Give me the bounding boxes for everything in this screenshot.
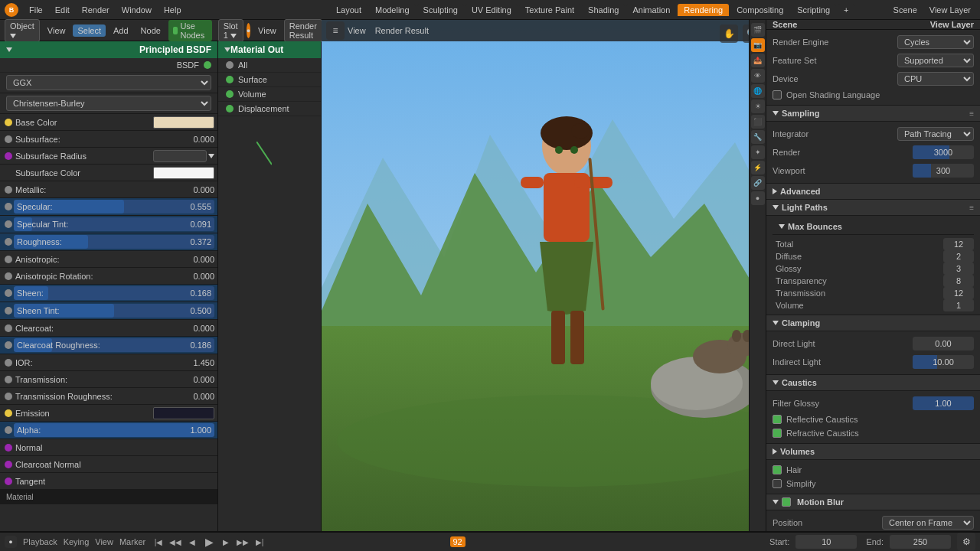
sampling-options-icon[interactable]: ≡ (969, 109, 974, 118)
tab-shading[interactable]: Shading (582, 4, 625, 16)
bounce-val-glossy[interactable]: 3 (943, 262, 974, 275)
material-output-header[interactable]: Material Out (218, 41, 321, 58)
tab-modeling[interactable]: Modeling (369, 4, 416, 16)
volumes-section-header[interactable]: Volumes (766, 444, 980, 460)
param-val-subsurface[interactable]: 0.000 (161, 135, 214, 144)
base-color-swatch[interactable] (153, 116, 214, 129)
sampling-section-header[interactable]: Sampling ≡ (766, 106, 980, 122)
emission-swatch[interactable] (153, 407, 214, 419)
go-end-btn[interactable]: ▶| (253, 535, 266, 549)
param-val-anisotropic-rotation[interactable]: 0.000 (161, 272, 214, 281)
prev-frame-btn[interactable]: ◀ (185, 535, 199, 549)
viewport-view-label[interactable]: View (348, 26, 366, 35)
menu-edit[interactable]: Edit (51, 4, 74, 16)
tab-sculpting[interactable]: Sculpting (417, 4, 464, 16)
render-engine-select[interactable]: Cycles EEVEE (897, 35, 974, 49)
tab-add[interactable]: + (838, 4, 854, 16)
max-bounces-header[interactable]: Max Bounces (773, 219, 974, 235)
view2-menu[interactable]: View (253, 24, 281, 37)
specular-tint-slider[interactable]: Specular Tint: 0.091 (14, 217, 214, 231)
go-start-btn[interactable]: |◀ (152, 535, 165, 549)
current-frame-display[interactable]: 92 (450, 536, 466, 547)
subsurface-color-swatch[interactable] (153, 167, 214, 179)
bounce-val-transparency[interactable]: 8 (943, 275, 974, 287)
param-val-transmission-roughness[interactable]: 0.000 (161, 392, 214, 401)
distribution-select[interactable]: GGX (6, 75, 211, 90)
timeline-settings-icon[interactable]: ⚙ (957, 533, 975, 551)
bounce-val-volume[interactable]: 1 (943, 299, 974, 311)
param-val-ior[interactable]: 1.450 (161, 358, 214, 367)
light-paths-section-header[interactable]: Light Paths ≡ (766, 200, 980, 216)
bounce-val-transmission[interactable]: 12 (943, 287, 974, 299)
prop-icon-object[interactable]: ⬛ (751, 115, 765, 129)
tab-compositing[interactable]: Compositing (730, 4, 789, 16)
motion-blur-checkbox[interactable] (782, 497, 791, 507)
menu-render[interactable]: Render (77, 4, 114, 16)
motion-blur-section-header[interactable]: Motion Blur (766, 494, 980, 510)
prop-icon-view[interactable]: 👁 (751, 69, 765, 83)
clearcoat-roughness-slider[interactable]: Clearcoat Roughness: 0.186 (14, 338, 214, 352)
prev-keyframe-btn[interactable]: ◀◀ (168, 535, 182, 549)
sheen-slider[interactable]: Sheen: 0.168 (14, 286, 214, 300)
position-select[interactable]: Center on Frame (882, 516, 974, 530)
tab-rendering[interactable]: Rendering (678, 4, 729, 16)
hair-checkbox[interactable] (773, 465, 782, 474)
menu-help[interactable]: Help (159, 4, 186, 16)
sphere-preview-btn[interactable]: ● (247, 23, 250, 38)
sheen-tint-slider[interactable]: Sheen Tint: 0.500 (14, 304, 214, 318)
scene-label[interactable]: Scene (889, 4, 922, 16)
view-menu[interactable]: View (43, 24, 70, 37)
render-dropdown[interactable]: Render Result (284, 19, 322, 42)
device-select[interactable]: CPU GPU (897, 72, 974, 86)
marker-menu[interactable]: Marker (119, 537, 145, 546)
clamping-section-header[interactable]: Clamping (766, 315, 980, 331)
filter-glossy-slider[interactable]: 1.00 (913, 396, 974, 410)
add-menu[interactable]: Add (109, 24, 133, 37)
specular-slider[interactable]: Specular: 0.555 (14, 200, 214, 214)
integrator-select[interactable]: Path Tracing (897, 127, 974, 141)
alpha-slider[interactable]: Alpha: 1.000 (14, 423, 214, 437)
viewport-grab-icon[interactable]: ✋ (720, 24, 738, 43)
bounce-val-diffuse[interactable]: 2 (943, 250, 974, 262)
slot-dropdown[interactable]: Slot 1 (218, 19, 243, 42)
prop-icon-material[interactable]: ● (751, 191, 765, 205)
indirect-light-slider[interactable]: 10.00 (913, 355, 974, 369)
prop-icon-scene[interactable]: 🎬 (751, 23, 765, 37)
timeline-dropdown-icon[interactable]: ● (5, 536, 17, 548)
subsurface-method-select[interactable]: Christensen-Burley (6, 96, 211, 111)
menu-window[interactable]: Window (117, 4, 156, 16)
tab-uv-editing[interactable]: UV Editing (466, 4, 518, 16)
use-nodes-toggle[interactable]: Use Nodes (168, 20, 212, 41)
prop-icon-world[interactable]: ☀ (751, 99, 765, 113)
bsdf-header[interactable]: Principled BSDF (0, 41, 217, 58)
prop-icon-modifier[interactable]: 🔧 (751, 130, 765, 144)
prop-icon-physics[interactable]: ⚡ (751, 161, 765, 174)
tab-texture-paint[interactable]: Texture Paint (519, 4, 580, 16)
viewport-menu-icon[interactable]: ≡ (326, 21, 345, 40)
view-menu-timeline[interactable]: View (95, 537, 113, 546)
next-frame-btn[interactable]: ▶ (219, 535, 233, 549)
feature-set-select[interactable]: Supported Experimental (897, 54, 974, 67)
open-shading-checkbox[interactable] (773, 90, 782, 99)
prop-icon-render[interactable]: 📷 (751, 38, 765, 52)
advanced-section-header[interactable]: Advanced (766, 184, 980, 200)
tab-animation[interactable]: Animation (626, 4, 676, 16)
select-menu[interactable]: Select (73, 24, 106, 37)
simplify-checkbox[interactable] (773, 479, 782, 488)
viewport-render-label[interactable]: Render Result (375, 26, 429, 35)
keying-menu[interactable]: Keying (64, 537, 90, 546)
param-val-transmission[interactable]: 0.000 (161, 375, 214, 384)
view-layer-label[interactable]: View Layer (925, 4, 975, 16)
playback-menu[interactable]: Playback (23, 537, 57, 546)
prop-icon-particles[interactable]: ✦ (751, 145, 765, 159)
param-val-clearcoat[interactable]: 0.000 (161, 324, 214, 333)
viewport-samples-slider[interactable]: 300 (913, 164, 974, 178)
param-val-anisotropic[interactable]: 0.000 (161, 255, 214, 264)
caustics-section-header[interactable]: Caustics (766, 375, 980, 391)
node-menu[interactable]: Node (136, 24, 165, 37)
end-frame-input[interactable]: 250 (890, 535, 951, 549)
param-val-metallic[interactable]: 0.000 (161, 185, 214, 194)
prop-icon-scene2[interactable]: 🌐 (751, 84, 765, 98)
start-frame-input[interactable]: 10 (795, 535, 857, 549)
roughness-slider[interactable]: Roughness: 0.372 (14, 235, 214, 249)
